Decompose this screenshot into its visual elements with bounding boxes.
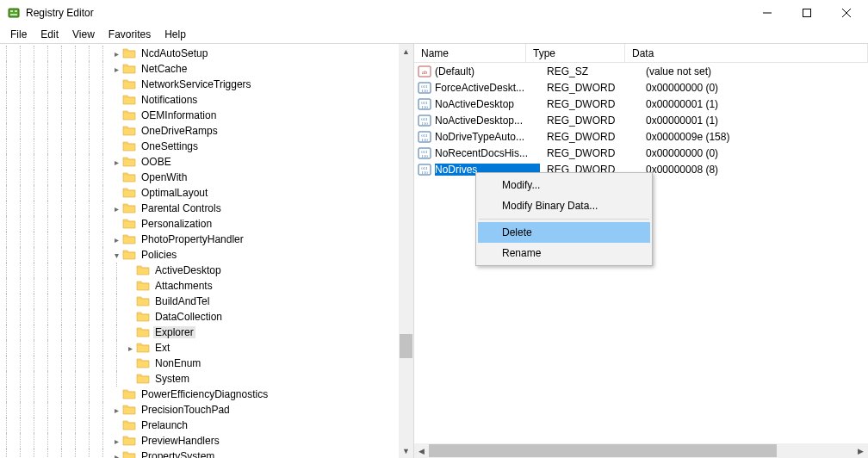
- tree-item[interactable]: ▸PreviewHandlers: [0, 433, 413, 449]
- value-row[interactable]: 011110ForceActiveDeskt...REG_DWORD0x0000…: [414, 79, 868, 96]
- chevron-right-icon[interactable]: ▸: [110, 61, 122, 77]
- tree-item[interactable]: ▸ActiveDesktop: [0, 263, 413, 278]
- chevron-right-icon[interactable]: ▸: [110, 402, 122, 418]
- tree-item[interactable]: ▸NetworkServiceTriggers: [0, 77, 413, 92]
- value-type: REG_DWORD: [540, 131, 639, 143]
- tree-item[interactable]: ▸DataCollection: [0, 309, 413, 325]
- tree-item[interactable]: ▸Ext: [0, 340, 413, 356]
- tree-item-label: Policies: [140, 249, 178, 261]
- chevron-right-icon[interactable]: ▸: [110, 46, 122, 61]
- tree-item[interactable]: ▸NcdAutoSetup: [0, 46, 413, 61]
- value-row[interactable]: 011110NoActiveDesktop...REG_DWORD0x00000…: [414, 112, 868, 128]
- scroll-up-icon[interactable]: ▲: [399, 44, 413, 59]
- tree-item[interactable]: ▸Explorer: [0, 325, 413, 340]
- menu-edit[interactable]: Edit: [34, 27, 65, 42]
- scroll-right-icon[interactable]: ▶: [853, 443, 868, 458]
- tree-item[interactable]: ▸Parental Controls: [0, 201, 413, 216]
- value-name: NoDriveTypeAuto...: [435, 131, 540, 143]
- values-list[interactable]: ab(Default)REG_SZ(value not set)011110Fo…: [414, 63, 868, 177]
- value-row[interactable]: 011110NoDriveTypeAuto...REG_DWORD0x00000…: [414, 128, 868, 145]
- tree-item[interactable]: ▾Policies: [0, 247, 413, 263]
- folder-icon: [122, 125, 136, 137]
- tree-item[interactable]: ▸Prelaunch: [0, 418, 413, 433]
- context-menu-item[interactable]: Rename: [478, 243, 650, 263]
- folder-icon: [122, 109, 136, 121]
- tree-item-label: OEMInformation: [140, 109, 218, 121]
- tree-item[interactable]: ▸NonEnum: [0, 356, 413, 371]
- value-row[interactable]: 011110NoRecentDocsHis...REG_DWORD0x00000…: [414, 145, 868, 161]
- svg-text:ab: ab: [422, 69, 428, 76]
- chevron-right-icon[interactable]: ▸: [124, 340, 136, 356]
- folder-icon: [136, 357, 150, 369]
- regedit-icon: [7, 6, 21, 20]
- value-name: NoActiveDesktop...: [435, 114, 540, 127]
- maximize-button[interactable]: [787, 0, 827, 26]
- value-row[interactable]: ab(Default)REG_SZ(value not set): [414, 63, 868, 79]
- context-menu-item[interactable]: Modify...: [478, 175, 650, 195]
- tree-item[interactable]: ▸PrecisionTouchPad: [0, 402, 413, 418]
- minimize-button[interactable]: [747, 0, 787, 26]
- chevron-down-icon[interactable]: ▾: [110, 247, 122, 263]
- window-title: Registry Editor: [26, 7, 94, 19]
- chevron-right-icon[interactable]: ▸: [110, 201, 122, 216]
- tree-item[interactable]: ▸OpenWith: [0, 170, 413, 185]
- menu-file[interactable]: File: [3, 27, 34, 42]
- menu-help[interactable]: Help: [158, 27, 193, 42]
- tree-item[interactable]: ▸OneDriveRamps: [0, 123, 413, 139]
- chevron-right-icon[interactable]: ▸: [110, 154, 122, 170]
- close-button[interactable]: [827, 0, 866, 26]
- tree-item[interactable]: ▸BuildAndTel: [0, 294, 413, 309]
- folder-icon: [122, 187, 136, 199]
- tree-item[interactable]: ▸PhotoPropertyHandler: [0, 232, 413, 247]
- tree-item[interactable]: ▸NetCache: [0, 61, 413, 77]
- scroll-down-icon[interactable]: ▼: [399, 443, 413, 458]
- registry-tree[interactable]: ▸NcdAutoSetup▸NetCache▸NetworkServiceTri…: [0, 44, 413, 458]
- menu-favorites[interactable]: Favorites: [102, 27, 158, 42]
- tree-item-label: Notifications: [140, 94, 199, 106]
- context-menu[interactable]: Modify...Modify Binary Data...DeleteRena…: [475, 172, 653, 266]
- svg-text:110: 110: [421, 138, 428, 142]
- context-menu-item[interactable]: Modify Binary Data...: [478, 195, 650, 216]
- chevron-right-icon[interactable]: ▸: [110, 433, 122, 449]
- chevron-right-icon[interactable]: ▸: [110, 232, 122, 247]
- tree-item-label: NetworkServiceTriggers: [140, 78, 253, 90]
- folder-icon: [122, 78, 136, 90]
- value-type: REG_DWORD: [540, 114, 639, 127]
- tree-item-label: PowerEfficiencyDiagnostics: [140, 388, 270, 400]
- chevron-right-icon[interactable]: ▸: [110, 449, 122, 458]
- value-type: REG_DWORD: [540, 82, 639, 94]
- tree-item[interactable]: ▸PropertySystem: [0, 449, 413, 458]
- folder-icon: [136, 326, 150, 338]
- column-header-name[interactable]: Name: [414, 44, 526, 63]
- value-type: REG_SZ: [540, 65, 639, 77]
- scroll-left-icon[interactable]: ◀: [414, 443, 429, 458]
- tree-item[interactable]: ▸System: [0, 371, 413, 387]
- tree-item[interactable]: ▸OOBE: [0, 154, 413, 170]
- folder-icon: [122, 419, 136, 431]
- menubar: File Edit View Favorites Help: [0, 26, 868, 43]
- tree-item[interactable]: ▸Notifications: [0, 92, 413, 108]
- tree-item[interactable]: ▸Attachments: [0, 278, 413, 294]
- folder-icon: [136, 373, 150, 385]
- value-data: 0x00000001 (1): [639, 114, 868, 127]
- tree-item[interactable]: ▸PowerEfficiencyDiagnostics: [0, 387, 413, 402]
- dword-value-icon: 011110: [418, 114, 431, 127]
- column-header-data[interactable]: Data: [625, 44, 868, 63]
- tree-item[interactable]: ▸OneSettings: [0, 139, 413, 154]
- tree-vertical-scrollbar[interactable]: ▲ ▼: [399, 44, 413, 458]
- value-data: 0x00000008 (8): [639, 164, 868, 176]
- tree-item[interactable]: ▸OptimalLayout: [0, 185, 413, 201]
- value-data: (value not set): [639, 65, 868, 77]
- column-header-type[interactable]: Type: [526, 44, 625, 63]
- menu-view[interactable]: View: [65, 27, 102, 42]
- list-horizontal-scrollbar[interactable]: ◀ ▶: [414, 443, 868, 458]
- svg-text:110: 110: [421, 154, 428, 158]
- value-row[interactable]: 011110NoActiveDesktopREG_DWORD0x00000001…: [414, 96, 868, 112]
- context-menu-item[interactable]: Delete: [478, 222, 650, 243]
- folder-icon: [136, 264, 150, 276]
- value-type: REG_DWORD: [540, 98, 639, 110]
- folder-icon: [122, 156, 136, 168]
- tree-item-label: PhotoPropertyHandler: [140, 233, 245, 245]
- tree-item[interactable]: ▸OEMInformation: [0, 108, 413, 123]
- tree-item[interactable]: ▸Personalization: [0, 216, 413, 232]
